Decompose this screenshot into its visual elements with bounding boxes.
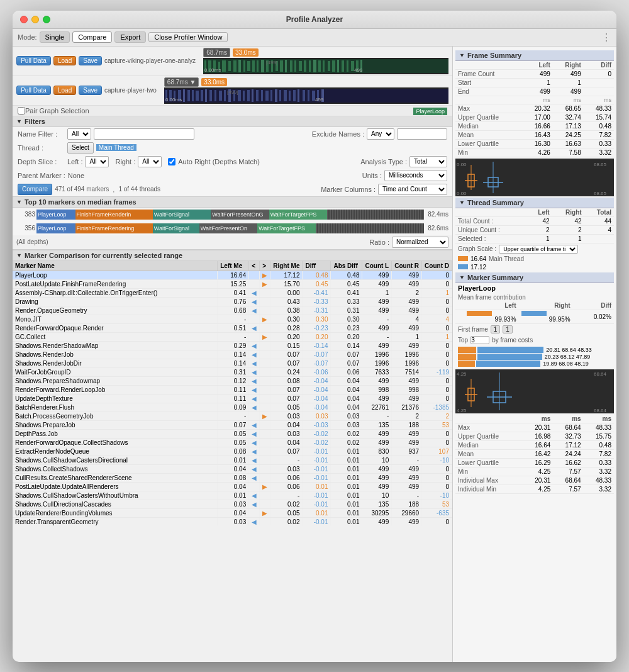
table-row[interactable]: RenderForwardOpaque.Render 0.51 ◀ 0.28 -… <box>13 323 452 332</box>
table-row[interactable]: RenderForward.RenderLoopJob 0.11 ◀ 0.07 … <box>13 385 452 394</box>
depth-right-select[interactable]: All <box>138 156 162 167</box>
minimize-button[interactable] <box>31 16 39 23</box>
table-row[interactable]: Shadows.PrepareShadowmap 0.12 ◀ 0.08 -0.… <box>13 376 452 385</box>
ms-pct-row: 99.93% 99.95% 0.02% <box>455 310 614 323</box>
exclude-names-input[interactable] <box>397 128 447 140</box>
cost-row-2: 20.23 68.12 47.89 <box>458 354 611 360</box>
table-row[interactable]: Shadows.CullShadowCastersWithoutUmbra 0.… <box>13 491 452 500</box>
table-row[interactable]: PlayerLoop 16.64 ▶ 17.12 0.48 0.48 499 4… <box>13 271 452 279</box>
thread-select-button[interactable]: Select <box>67 142 94 154</box>
fs-col-right: Right <box>553 61 584 70</box>
fs-frame-count: Frame Count 499 499 0 <box>455 69 614 78</box>
marker-num-1: 383 <box>16 211 35 218</box>
close-profiler-button[interactable]: Close Profiler Window <box>148 32 228 42</box>
table-row[interactable]: Shadows.CollectShadows 0.04 ◀ 0.03 -0.01… <box>13 464 452 473</box>
load-button-2[interactable]: Load <box>53 86 76 95</box>
tab-single[interactable]: Single <box>40 31 70 43</box>
svg-text:0.00: 0.00 <box>457 162 467 167</box>
save-button-1[interactable]: Save <box>79 56 102 65</box>
graph-scale-label: Graph Scale : <box>458 245 496 252</box>
table-row[interactable]: DepthPass.Job 0.05 ◀ 0.03 -0.02 0.02 499… <box>13 429 452 438</box>
table-row[interactable]: Shadows.CullDirectionalCascades 0.03 ◀ 0… <box>13 500 452 508</box>
svg-rect-58 <box>252 89 253 102</box>
table-row[interactable]: UpdateRendererBoundingVolumes 0.04 ▶ 0.0… <box>13 508 452 517</box>
exclude-names-select[interactable]: Any <box>367 128 394 140</box>
table-row[interactable]: PostLateUpdate.FinishFrameRendering 15.2… <box>13 279 452 288</box>
compare-button[interactable]: Compare <box>18 184 52 195</box>
col-count-l[interactable]: Count L <box>362 261 392 271</box>
maximize-button[interactable] <box>43 16 50 23</box>
name-filter-input[interactable] <box>94 128 194 140</box>
svg-text:0.00ms: 0.00ms <box>165 97 182 103</box>
fs-ms-header: ms ms ms <box>455 96 614 104</box>
col-count-d[interactable]: Count D <box>422 261 452 271</box>
tab-export[interactable]: Export <box>114 31 146 43</box>
auto-right-checkbox[interactable] <box>168 158 175 165</box>
table-row[interactable]: CullResults.CreateSharedRendererScene 0.… <box>13 473 452 482</box>
top-n-input[interactable] <box>470 336 489 344</box>
marker-columns-select[interactable]: Time and Count <box>378 184 447 195</box>
table-row[interactable]: Shadows.RenderJobDir 0.14 ◀ 0.07 -0.07 0… <box>13 359 452 367</box>
table-row[interactable]: Mono.JIT - ▶ 0.30 0.30 0.30 - 4 4 <box>13 315 452 323</box>
menu-dots[interactable]: ⋮ <box>601 32 611 43</box>
svg-rect-5 <box>222 60 226 72</box>
table-row[interactable]: PostLateUpdate.UpdateAllRenderers 0.04 ▶… <box>13 482 452 491</box>
median-right-value: 17.12 <box>470 264 486 271</box>
table-row[interactable]: BatchRenderer.Flush 0.09 ◀ 0.05 -0.04 0.… <box>13 403 452 412</box>
col-count-r[interactable]: Count R <box>392 261 422 271</box>
close-button[interactable] <box>20 16 28 23</box>
ms-lower-q: Lower Quartile 16.29 16.62 0.33 <box>455 458 614 467</box>
table-row[interactable]: Render.OpaqueGeometry 0.68 ◀ 0.38 -0.31 … <box>13 306 452 315</box>
ms-badge-1b: 33.0ms <box>233 48 259 57</box>
units-select[interactable]: Milliseconds <box>384 170 447 181</box>
pair-graph-checkbox[interactable] <box>18 107 25 115</box>
table-row[interactable]: ExtractRenderNodeQueue 0.08 ◀ 0.07 -0.01… <box>13 447 452 456</box>
cost-row-3: 19.89 68.08 48.19 <box>458 361 611 367</box>
svg-text:[499]: [499] <box>227 89 238 95</box>
tab-compare[interactable]: Compare <box>72 31 112 43</box>
first-frame-row: First frame 1 1 <box>455 324 614 335</box>
seg-playerloop-1: PlayerLoop <box>36 210 75 220</box>
col-gt[interactable]: > <box>260 261 270 271</box>
table-row[interactable]: Shadows.RenderJob 0.14 ◀ 0.07 -0.07 0.07… <box>13 350 452 359</box>
table-row[interactable]: Shadows.CullShadowCastersDirectional 0.0… <box>13 456 452 464</box>
ratio-select[interactable]: Normalized <box>392 237 448 248</box>
table-row[interactable]: Drawing 0.76 ◀ 0.43 -0.33 0.33 499 499 0 <box>13 297 452 306</box>
cost-row-1: 20.31 68.64 48.33 <box>458 347 611 353</box>
name-filter-row: Name Filter : All Exclude Names : Any <box>13 127 452 141</box>
table-row[interactable]: Assembly-CSharp.dll::Collectable.OnTrigg… <box>13 288 452 297</box>
table-row[interactable]: UpdateDepthTexture 0.11 ◀ 0.07 -0.04 0.0… <box>13 394 452 403</box>
col-marker-name[interactable]: Marker Name <box>13 261 218 271</box>
col-diff[interactable]: Diff <box>303 261 331 271</box>
name-filter-select[interactable]: All <box>67 128 91 140</box>
col-right-med[interactable]: Right Me <box>270 261 303 271</box>
graph-scale-select[interactable]: Upper quartile of frame ti <box>499 245 578 254</box>
depth-slice-label: Depth Slice : <box>18 158 65 165</box>
top-markers-title: Top 10 markers on median frames <box>25 198 136 206</box>
depth-left-select[interactable]: All <box>85 156 109 167</box>
pull-data-button-1[interactable]: Pull Data <box>16 56 51 65</box>
svg-text:68.64: 68.64 <box>594 408 607 413</box>
svg-rect-12 <box>257 60 259 72</box>
table-row[interactable]: Shadows.RenderShadowMap 0.29 ◀ 0.15 -0.1… <box>13 341 452 350</box>
svg-rect-49 <box>209 90 212 101</box>
col-lt[interactable]: < <box>249 261 260 271</box>
col-abs-diff[interactable]: Abs Diff <box>331 261 362 271</box>
comparison-table-section[interactable]: ▼ Marker Comparison for currently select… <box>13 250 452 662</box>
svg-rect-10 <box>247 61 250 71</box>
table-row[interactable]: GC.Collect - ▶ 0.20 0.20 0.20 - 1 1 <box>13 332 452 341</box>
pull-data-button-2[interactable]: Pull Data <box>16 86 51 95</box>
load-button-1[interactable]: Load <box>53 56 76 65</box>
table-row[interactable]: Shadows.PrepareJob 0.07 ◀ 0.04 -0.03 0.0… <box>13 420 452 429</box>
col-left-med[interactable]: Left Me <box>218 261 249 271</box>
table-row[interactable]: Render.TransparentGeometry 0.03 ◀ 0.02 -… <box>13 517 452 525</box>
analysis-type-select[interactable]: Total <box>409 156 447 167</box>
table-row[interactable]: WaitForJobGroupID 0.31 ◀ 0.24 -0.06 0.06… <box>13 367 452 376</box>
table-row[interactable]: RenderForwardOpaque.CollectShadows 0.05 … <box>13 438 452 447</box>
svg-rect-17 <box>280 60 283 72</box>
svg-rect-45 <box>192 90 194 101</box>
cost-label-3: 19.89 68.08 48.19 <box>543 361 589 367</box>
depth-right-label: Right : <box>115 158 135 165</box>
table-row[interactable]: Batch.ProcessGeometryJob - ▶ 0.03 0.03 0… <box>13 412 452 420</box>
save-button-2[interactable]: Save <box>79 86 102 95</box>
